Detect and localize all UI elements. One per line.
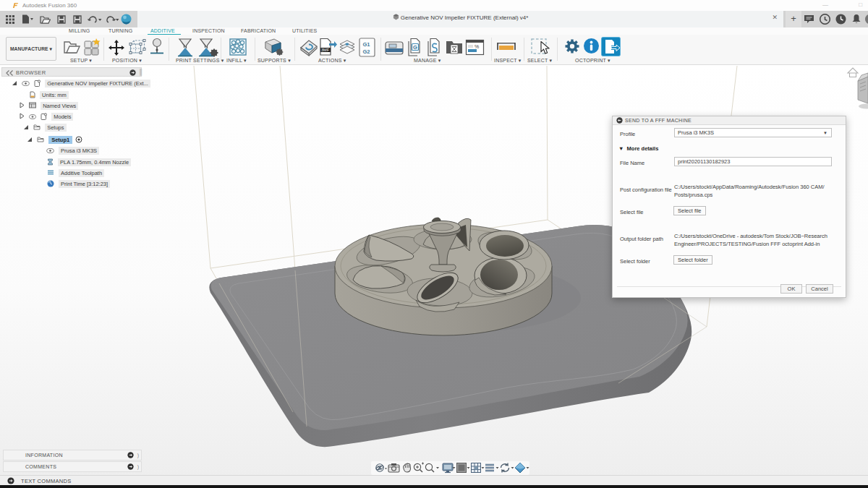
svg-text:3MF: 3MF	[321, 48, 330, 52]
svg-text:G1: G1	[363, 41, 370, 48]
svg-text:G: G	[413, 44, 417, 51]
svg-text:G2: G2	[363, 48, 370, 55]
svg-text:%: %	[475, 44, 479, 49]
